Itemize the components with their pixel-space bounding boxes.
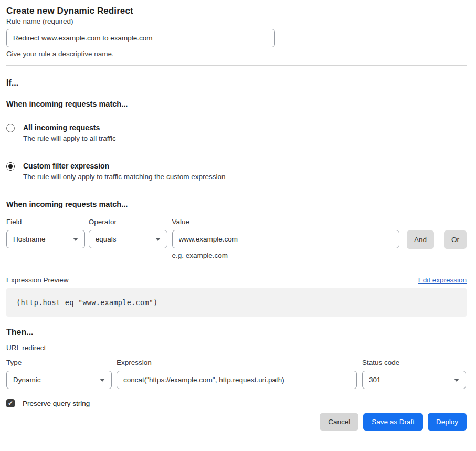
page-title: Create new Dynamic Redirect xyxy=(6,6,467,16)
expression-label: Expression xyxy=(117,359,357,366)
cancel-button[interactable]: Cancel xyxy=(320,413,358,431)
rule-name-input[interactable] xyxy=(6,29,275,47)
operator-label: Operator xyxy=(89,218,167,226)
then-heading: Then... xyxy=(6,328,467,337)
radio-all-requests-texts: All incoming requests The rule will appl… xyxy=(23,123,116,142)
status-code-select[interactable]: 301 xyxy=(362,371,466,389)
type-select-value: Dynamic xyxy=(13,376,41,384)
chevron-down-icon xyxy=(73,238,78,241)
expression-column: Expression xyxy=(117,359,357,389)
section-divider xyxy=(6,65,467,66)
or-button[interactable]: Or xyxy=(444,230,467,249)
filter-heading: When incoming requests match... xyxy=(6,200,467,208)
form-actions: Cancel Save as Draft Deploy xyxy=(6,413,467,431)
status-code-select-value: 301 xyxy=(369,376,381,384)
expression-preview-box: (http.host eq "www.example.com") xyxy=(6,288,467,317)
preserve-query-string-label: Preserve query string xyxy=(23,400,90,407)
value-column: Value e.g. example.com xyxy=(172,218,399,259)
radio-custom-filter-texts: Custom filter expression The rule will o… xyxy=(23,162,225,181)
chevron-down-icon xyxy=(100,379,105,382)
field-label: Field xyxy=(6,218,85,226)
status-code-column: Status code 301 xyxy=(362,359,466,389)
radio-custom-filter-label: Custom filter expression xyxy=(23,162,225,170)
expression-preview-header: Expression Preview Edit expression xyxy=(6,276,467,284)
radio-option-custom-filter[interactable]: Custom filter expression The rule will o… xyxy=(6,162,467,181)
radio-all-requests-control[interactable] xyxy=(6,124,15,132)
operator-select[interactable]: equals xyxy=(89,230,167,248)
operator-column: Operator equals xyxy=(89,218,167,248)
type-label: Type xyxy=(6,359,112,366)
preserve-query-string-row[interactable]: ✓ Preserve query string xyxy=(6,399,467,407)
create-redirect-form: Create new Dynamic Redirect Rule name (r… xyxy=(0,0,476,431)
radio-all-requests-label: All incoming requests xyxy=(23,123,116,132)
field-column: Field Hostname xyxy=(6,218,85,248)
field-select-value: Hostname xyxy=(13,235,46,243)
expression-preview-code: (http.host eq "www.example.com") xyxy=(16,298,158,307)
redirect-expression-input[interactable] xyxy=(117,371,357,389)
filter-builder-row: Field Hostname Operator equals Value e.g… xyxy=(6,218,467,259)
value-label: Value xyxy=(172,218,399,226)
or-column: Or xyxy=(444,218,467,249)
type-select[interactable]: Dynamic xyxy=(6,371,112,389)
and-column: And xyxy=(407,218,434,249)
chevron-down-icon xyxy=(155,238,161,241)
deploy-button[interactable]: Deploy xyxy=(428,413,467,431)
and-button[interactable]: And xyxy=(407,230,434,249)
check-icon: ✓ xyxy=(8,400,13,406)
url-redirect-label: URL redirect xyxy=(6,344,467,352)
value-help: e.g. example.com xyxy=(172,251,399,259)
radio-custom-filter-description: The rule will only apply to traffic matc… xyxy=(23,173,225,181)
rule-name-help: Give your rule a descriptive name. xyxy=(6,50,467,58)
preserve-query-string-checkbox[interactable]: ✓ xyxy=(6,399,15,407)
chevron-down-icon xyxy=(454,379,459,382)
if-heading: If... xyxy=(6,78,467,88)
expression-preview-label: Expression Preview xyxy=(6,276,69,284)
edit-expression-link[interactable]: Edit expression xyxy=(418,276,467,284)
radio-all-requests-description: The rule will apply to all traffic xyxy=(23,134,116,142)
type-column: Type Dynamic xyxy=(6,359,112,389)
match-subheading: When incoming requests match... xyxy=(6,100,467,108)
status-code-label: Status code xyxy=(362,359,466,366)
redirect-builder-row: Type Dynamic Expression Status code 301 xyxy=(6,359,467,389)
value-input[interactable] xyxy=(172,230,399,248)
field-select[interactable]: Hostname xyxy=(6,230,85,248)
rule-name-label: Rule name (required) xyxy=(6,17,73,25)
radio-custom-filter-control[interactable] xyxy=(6,162,15,171)
save-as-draft-button[interactable]: Save as Draft xyxy=(363,413,423,431)
radio-option-all-requests[interactable]: All incoming requests The rule will appl… xyxy=(6,123,467,142)
operator-select-value: equals xyxy=(96,235,117,243)
